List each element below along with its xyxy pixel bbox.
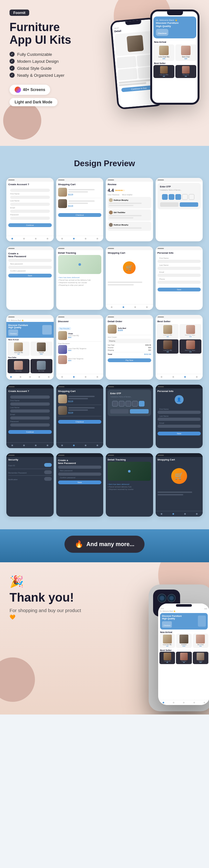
screen-best-seller-1: Best Seller Luna Chair MQ $48 Semi Chair…	[156, 315, 203, 380]
many-more-button[interactable]: 🔥 And many more...	[64, 536, 145, 553]
screen-shopping-cart-1: Shopping Cart $119	[56, 178, 104, 241]
check-icon: ✓	[9, 52, 15, 57]
hero-badges: 40+ Screens Light and Dark Mode	[9, 85, 99, 106]
screens-row-3: Hi, Welcome Back 👋 Discover FurnitureHig…	[6, 315, 203, 380]
screens-row-4-dark: Create Account ? First Name Last Name Em…	[6, 385, 203, 448]
screen-dark-personal-info: Personal Info 👤 First Name Last Name Ema…	[156, 385, 203, 448]
feature-item: ✓ Fully Customizable	[9, 52, 99, 57]
check-icon: ✓	[9, 66, 15, 71]
screen-detail-tracking-1: Detail Tracking • Item has been delivere…	[56, 246, 104, 310]
thankyou-content: 🎉 Thank you! For shopping and buy our pr…	[9, 575, 200, 620]
figma-icon	[15, 87, 21, 93]
screen-dark-new-password: Create aNew Password New password Confir…	[56, 453, 104, 517]
hero-title: Furniture App UI Kits	[9, 21, 99, 46]
phone-main: Hi, Welcome Back 👋 Discover FurnitureHig…	[150, 9, 200, 105]
screen-dark-detail-tracking: Detail Tracking • Item has been delivere…	[106, 453, 153, 517]
fire-emoji: 🔥	[75, 540, 83, 548]
screens-row-5-dark: Security Face ID Remember Password Notif…	[6, 453, 203, 517]
screen-detail-order: Detail Order Sofa Bed $109 Jane Cooper S…	[106, 315, 153, 380]
ty-title: Thank you!	[9, 591, 200, 604]
brand-tag: Foornit	[9, 9, 29, 16]
section-title: Design Preview	[6, 159, 203, 168]
ty-subtitle: For shopping and buy our product 🧡	[9, 607, 86, 620]
screen-discover: Discover Top Results Chair Luna Chair MQ…	[56, 315, 104, 380]
hero-features-list: ✓ Fully Customizable ✓ Modern Layout Des…	[9, 52, 99, 78]
feature-item: ✓ Modern Layout Design	[9, 59, 99, 64]
screen-dark-otp: Enter OTP I received a Terms of Service.…	[106, 385, 153, 448]
screens-grid: Create Account ? First Name Last Name Em…	[6, 178, 203, 517]
hero-section: Foornit Furniture App UI Kits ✓ Fully Cu…	[0, 0, 209, 146]
many-more-section: 🔥 And many more...	[0, 529, 209, 562]
screen-home-1: Hi, Welcome Back 👋 Discover FurnitureHig…	[6, 315, 54, 380]
screens-row-2: Create aNew Password New password Confir…	[6, 246, 203, 310]
screens-row-1: Create Account ? First Name Last Name Em…	[6, 178, 203, 241]
feature-item: ✓ Neatly & Organized Layer	[9, 73, 99, 78]
hero-blob-2	[3, 101, 41, 140]
screen-dark-create-account: Create Account ? First Name Last Name Em…	[6, 385, 54, 448]
party-emoji: 🎉	[9, 575, 200, 588]
hero-phones: 18:27 Detail Continue to buy	[104, 3, 209, 124]
screens-badge: 40+ Screens	[9, 85, 50, 95]
screen-dark-shopping-cart-empty: Shopping Cart 🛒	[156, 453, 203, 517]
screen-dark-shopping-cart: Shopping Cart $119	[56, 385, 104, 448]
design-preview-section: Design Preview Create Account ? First Na…	[0, 146, 209, 529]
screen-create-account: Create Account ? First Name Last Name Em…	[6, 178, 54, 241]
screen-personal-info-1: Personal Info First Name Last Name Email…	[156, 246, 203, 310]
feature-item: ✓ Global Style Guide	[9, 66, 99, 71]
screen-dark-security: Security Face ID Remember Password Notif…	[6, 453, 54, 517]
mode-badge: Light and Dark Mode	[9, 98, 57, 106]
screen-otp-1: Enter OTP I received a Terms of Service.…	[156, 178, 203, 241]
check-icon: ✓	[9, 59, 15, 64]
screen-new-password: Create aNew Password New password Confir…	[6, 246, 54, 310]
ty-blob-2	[0, 657, 35, 702]
check-icon: ✓	[9, 73, 15, 78]
thankyou-section: 🎉 Thank you! For shopping and buy our pr…	[0, 562, 209, 714]
screen-review: Review 4.4 ★★★★☆ User Reviews Most helpf…	[106, 178, 153, 241]
screen-shopping-cart-2: Shopping Cart 🛒	[106, 246, 153, 310]
